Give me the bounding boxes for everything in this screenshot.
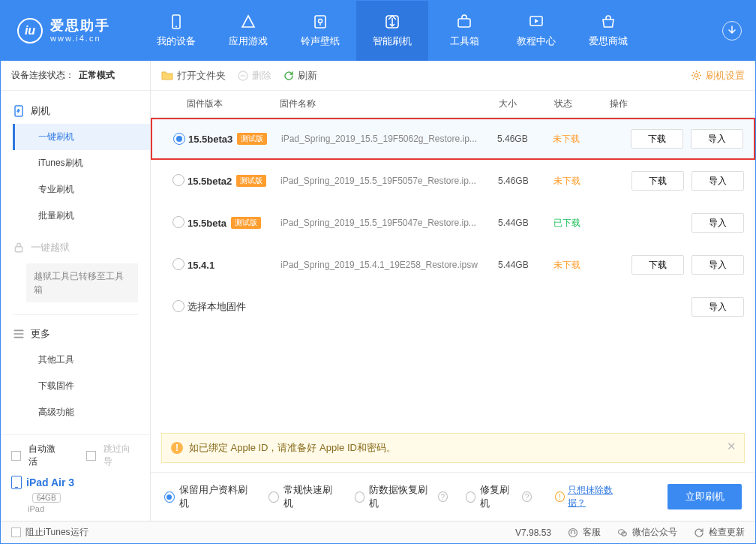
flash-settings-button[interactable]: 刷机设置 xyxy=(691,69,745,83)
logo-icon: iu xyxy=(17,18,43,44)
firmware-row[interactable]: 15.5beta3测试版iPad_Spring_2019_15.5_19F506… xyxy=(151,118,755,160)
local-firmware-label: 选择本地固件 xyxy=(188,300,609,314)
delete-icon xyxy=(238,71,248,81)
toolbar: 打开文件夹 删除 刷新 刷机设置 xyxy=(151,61,755,91)
local-firmware-row[interactable]: 选择本地固件导入 xyxy=(151,286,755,328)
help-icon[interactable]: ? xyxy=(522,491,532,502)
sidebar-more-item-1[interactable]: 下载固件 xyxy=(13,373,150,399)
folder-icon xyxy=(161,71,173,81)
device-name[interactable]: iPad Air 3 xyxy=(11,476,140,489)
check-update-link[interactable]: 检查更新 xyxy=(694,526,745,539)
open-folder-button[interactable]: 打开文件夹 xyxy=(161,69,226,83)
firmware-filename: iPad_Spring_2019_15.4.1_19E258_Restore.i… xyxy=(280,260,498,270)
sidebar-item-0[interactable]: 一键刷机 xyxy=(13,124,150,150)
refresh-button[interactable]: 刷新 xyxy=(284,69,317,83)
firmware-filename: iPad_Spring_2019_15.5_19F5062g_Restore.i… xyxy=(281,134,497,144)
nav-flash[interactable]: 智能刷机 xyxy=(356,1,428,61)
nav-wall[interactable]: 铃声壁纸 xyxy=(284,1,356,61)
skip-guide-checkbox[interactable] xyxy=(86,451,96,461)
gear-icon xyxy=(691,70,702,81)
import-button[interactable]: 导入 xyxy=(692,255,744,275)
store-icon xyxy=(600,14,616,30)
tutorial-icon xyxy=(528,14,544,30)
warning-close-icon[interactable]: ✕ xyxy=(727,440,736,453)
auto-activate-checkbox[interactable] xyxy=(11,451,21,461)
wechat-link[interactable]: 微信公众号 xyxy=(617,526,677,539)
sidebar-item-2[interactable]: 专业刷机 xyxy=(13,176,150,203)
device-capacity: 64GB xyxy=(32,493,61,503)
appleid-warning: ! 如已绑定 Apple ID，请准备好 Apple ID和密码。 ✕ xyxy=(161,433,745,463)
sidebar-item-3[interactable]: 批量刷机 xyxy=(13,203,150,229)
firmware-radio[interactable] xyxy=(172,258,184,270)
app-header: iu 爱思助手 www.i4.cn 我的设备应用游戏铃声壁纸智能刷机工具箱教程中… xyxy=(1,1,755,61)
beta-tag: 测试版 xyxy=(231,217,261,229)
firmware-radio[interactable] xyxy=(172,174,184,186)
firmware-radio[interactable] xyxy=(172,300,184,312)
import-button[interactable]: 导入 xyxy=(692,213,744,233)
radio-icon xyxy=(164,491,175,503)
import-button[interactable]: 导入 xyxy=(692,297,744,317)
firmware-row[interactable]: 15.5beta2测试版iPad_Spring_2019_15.5_19F505… xyxy=(151,160,755,202)
connection-label: 设备连接状态： xyxy=(11,69,74,82)
download-button[interactable]: 下载 xyxy=(632,171,684,191)
sidebar-group-jailbreak-label: 一键越狱 xyxy=(31,241,70,254)
warning-text: 如已绑定 Apple ID，请准备好 Apple ID和密码。 xyxy=(189,441,396,455)
nav-tutorial[interactable]: 教程中心 xyxy=(500,1,572,61)
firmware-row[interactable]: 15.4.1iPad_Spring_2019_15.4.1_19E258_Res… xyxy=(151,244,755,286)
app-version: V7.98.53 xyxy=(515,527,551,538)
column-header: 固件版本 固件名称 大小 状态 操作 xyxy=(151,91,755,118)
firmware-radio[interactable] xyxy=(172,216,184,228)
sidebar-more-item-0[interactable]: 其他工具 xyxy=(13,347,150,373)
firmware-size: 5.46GB xyxy=(497,134,553,144)
support-link[interactable]: 客服 xyxy=(568,526,601,539)
flash-mode-option-0[interactable]: 保留用户资料刷机 xyxy=(164,483,250,510)
main-nav: 我的设备应用游戏铃声壁纸智能刷机工具箱教程中心爱思商城 xyxy=(140,1,644,61)
firmware-version: 15.5beta xyxy=(188,218,226,229)
firmware-version: 15.4.1 xyxy=(188,260,214,271)
auto-activate-label: 自动激活 xyxy=(28,443,64,468)
apps-icon xyxy=(240,14,256,30)
download-button[interactable]: 下载 xyxy=(632,255,684,275)
refresh-icon xyxy=(284,71,294,81)
firmware-status: 未下载 xyxy=(553,133,608,146)
app-logo: iu 爱思助手 www.i4.cn xyxy=(17,18,110,44)
nav-store[interactable]: 爱思商城 xyxy=(572,1,644,61)
sidebar-more-item-2[interactable]: 高级功能 xyxy=(13,399,150,425)
flash-mode-option-1[interactable]: 常规快速刷机 xyxy=(268,483,337,510)
flash-mode-option-2[interactable]: 防数据恢复刷机? xyxy=(355,483,448,510)
firmware-size: 5.44GB xyxy=(498,260,554,270)
firmware-radio[interactable] xyxy=(173,133,185,145)
connection-value: 正常模式 xyxy=(79,69,115,82)
wall-icon xyxy=(312,14,328,30)
svg-point-1 xyxy=(176,26,177,28)
jailbreak-note: 越狱工具已转移至工具箱 xyxy=(26,263,138,302)
main-panel: 打开文件夹 删除 刷新 刷机设置 固件版本 固件名称 大小 状态 操作 xyxy=(151,61,755,521)
sidebar-group-flash[interactable]: 刷机 xyxy=(1,98,150,124)
firmware-status: 未下载 xyxy=(554,175,609,188)
help-icon[interactable]: ? xyxy=(438,491,448,502)
block-itunes-checkbox[interactable] xyxy=(11,527,21,537)
wechat-icon xyxy=(617,527,628,538)
flash-mode-option-3[interactable]: 修复刷机? xyxy=(466,483,532,510)
import-button[interactable]: 导入 xyxy=(691,129,743,149)
menu-icon xyxy=(13,328,25,340)
nav-apps[interactable]: 应用游戏 xyxy=(212,1,284,61)
nav-tools[interactable]: 工具箱 xyxy=(428,1,500,61)
sidebar-group-more[interactable]: 更多 xyxy=(1,321,150,347)
nav-device[interactable]: 我的设备 xyxy=(140,1,212,61)
app-subtitle: www.i4.cn xyxy=(50,34,110,44)
block-itunes-label: 阻止iTunes运行 xyxy=(26,526,88,539)
firmware-status: 已下载 xyxy=(554,217,609,230)
import-button[interactable]: 导入 xyxy=(692,171,744,191)
download-button[interactable]: 下载 xyxy=(631,129,683,149)
firmware-row[interactable]: 15.5beta测试版iPad_Spring_2019_15.5_19F5047… xyxy=(151,202,755,244)
firmware-size: 5.46GB xyxy=(498,176,554,186)
start-flash-button[interactable]: 立即刷机 xyxy=(668,484,742,509)
erase-data-link[interactable]: 只想抹除数据？ xyxy=(568,484,626,509)
flash-icon xyxy=(13,105,25,117)
col-status: 状态 xyxy=(554,98,610,110)
download-manager-icon[interactable] xyxy=(722,21,742,41)
sidebar-item-1[interactable]: iTunes刷机 xyxy=(13,150,150,176)
svg-rect-2 xyxy=(315,16,326,28)
skip-guide-label: 跳过向导 xyxy=(104,443,140,468)
